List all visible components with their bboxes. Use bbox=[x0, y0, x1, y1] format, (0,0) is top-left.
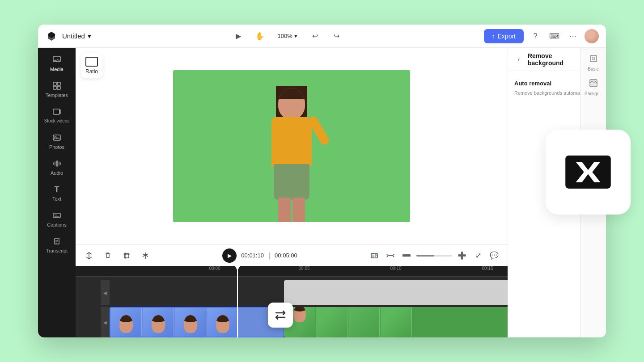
green-screen-bg bbox=[173, 70, 410, 222]
clip-green-thumb-2 bbox=[316, 307, 347, 337]
user-avatar[interactable] bbox=[585, 29, 599, 43]
clip-green[interactable] bbox=[284, 307, 508, 337]
more-btn[interactable]: ⋯ bbox=[566, 29, 580, 43]
capcut-logo-card bbox=[546, 130, 631, 215]
topbar-left: Untitled ▾ bbox=[45, 30, 91, 42]
dropdown-icon: ▾ bbox=[88, 32, 91, 40]
app-window: Untitled ▾ ▶ ✋ 100% ▾ ↩ ↪ ↑ Export ? ⌨ ⋯ bbox=[38, 25, 606, 337]
captions-label: Captions bbox=[47, 222, 66, 227]
basic-tool-item[interactable]: Basic bbox=[587, 52, 600, 72]
ruler-15: 00:15 bbox=[482, 266, 493, 271]
svg-rect-1 bbox=[53, 82, 56, 85]
export-icon: ↑ bbox=[492, 33, 495, 40]
clip-thumb-3 bbox=[175, 308, 206, 337]
crop-tool[interactable] bbox=[120, 249, 133, 262]
track-clip-gray bbox=[284, 280, 508, 305]
background-icon bbox=[587, 77, 600, 89]
project-title[interactable]: Untitled ▾ bbox=[62, 32, 91, 40]
time-separator: | bbox=[268, 252, 270, 260]
redo-btn[interactable]: ↪ bbox=[330, 29, 344, 43]
audio-icon bbox=[52, 159, 62, 168]
captions-icon bbox=[52, 210, 62, 220]
edit-tools bbox=[83, 249, 152, 262]
help-btn[interactable]: ? bbox=[528, 29, 542, 43]
play-button[interactable]: ▶ bbox=[222, 248, 237, 263]
clip-thumb-1 bbox=[110, 308, 142, 337]
sidebar-item-text[interactable]: T Text bbox=[41, 181, 73, 205]
app-logo bbox=[45, 30, 58, 42]
svg-rect-17 bbox=[590, 55, 597, 62]
split-tool[interactable] bbox=[83, 249, 95, 262]
sidebar-item-captions[interactable]: Captions bbox=[41, 207, 73, 231]
svg-point-16 bbox=[372, 255, 374, 257]
pants bbox=[274, 164, 309, 200]
person-figure bbox=[247, 79, 336, 222]
basic-label: Basic bbox=[588, 67, 598, 72]
media-icon bbox=[52, 55, 62, 65]
zoom-slider[interactable] bbox=[416, 255, 452, 257]
sidebar-item-templates[interactable]: Templates bbox=[41, 77, 73, 101]
transcript-icon bbox=[52, 236, 62, 246]
photos-label: Photos bbox=[49, 144, 64, 150]
media-label: Media bbox=[50, 67, 64, 72]
timeline-ruler: 00:00 00:05 00:10 00:15 bbox=[76, 266, 508, 277]
ruler-10: 00:10 bbox=[390, 266, 401, 271]
sidebar-item-audio[interactable]: Audio bbox=[41, 155, 73, 179]
export-label: Export bbox=[498, 33, 516, 40]
capcut-logo-svg bbox=[561, 150, 615, 194]
hand-tool-btn[interactable]: ✋ bbox=[253, 29, 267, 43]
mirror-tool[interactable] bbox=[139, 249, 152, 262]
clip-green-thumb-3 bbox=[348, 307, 380, 337]
sidebar-item-transcript[interactable]: Transcript bbox=[41, 233, 73, 257]
track-content-2 bbox=[110, 307, 508, 337]
panel-back-button[interactable]: ‹ bbox=[513, 54, 524, 65]
zoom-out-tool[interactable]: ➖ bbox=[400, 249, 413, 262]
clip-thumb-2 bbox=[143, 308, 174, 337]
zoom-level-text: 100% bbox=[278, 33, 292, 39]
background-tool-item[interactable]: Backgr... bbox=[585, 77, 602, 96]
keyboard-btn[interactable]: ⌨ bbox=[547, 29, 561, 43]
photos-icon bbox=[52, 133, 62, 143]
zoom-control[interactable]: 100% ▾ bbox=[274, 31, 301, 41]
right-tools: ➖ ➕ ⤢ 💬 bbox=[368, 249, 500, 262]
basic-icon bbox=[587, 52, 600, 65]
timeline-area: 00:00 00:05 00:10 00:15 bbox=[76, 266, 508, 337]
topbar-right: ↑ Export ? ⌨ ⋯ bbox=[484, 29, 599, 43]
split-audio-tool[interactable] bbox=[384, 249, 397, 262]
track-scroll-2[interactable]: ◀ bbox=[101, 307, 110, 337]
sidebar-item-stock[interactable]: Stock videos bbox=[41, 103, 73, 127]
sidebar: Media Templates bbox=[38, 48, 76, 337]
ruler-00: 00:00 bbox=[209, 266, 220, 271]
templates-label: Templates bbox=[46, 93, 68, 98]
undo-btn[interactable]: ↩ bbox=[308, 29, 322, 43]
track-scroll-left[interactable]: ◀ bbox=[101, 280, 110, 305]
clip-green-thumb-4 bbox=[381, 307, 412, 337]
switch-tracks-button[interactable] bbox=[268, 303, 293, 328]
clip-blue[interactable] bbox=[110, 307, 284, 337]
main-content: Media Templates bbox=[38, 48, 606, 337]
background-label: Backgr... bbox=[585, 91, 602, 96]
current-time: 00:01:10 bbox=[241, 252, 264, 259]
zoom-in-tool[interactable]: ➕ bbox=[456, 249, 468, 262]
svg-rect-4 bbox=[57, 86, 60, 89]
transcript-label: Transcript bbox=[46, 248, 68, 253]
leg-right bbox=[292, 198, 305, 222]
fullscreen-tool[interactable]: ⤢ bbox=[472, 249, 484, 262]
sidebar-item-photos[interactable]: Photos bbox=[41, 129, 73, 153]
delete-tool[interactable] bbox=[102, 249, 114, 262]
play-preview-btn[interactable]: ▶ bbox=[231, 29, 246, 43]
ai-cut-tool[interactable] bbox=[368, 249, 381, 262]
ratio-button[interactable]: Ratio bbox=[81, 53, 102, 78]
export-button[interactable]: ↑ Export bbox=[484, 29, 524, 43]
caption-tool[interactable]: 💬 bbox=[488, 249, 500, 262]
playback-center: ▶ 00:01:10 | 00:05:00 bbox=[222, 248, 297, 263]
text-label: Text bbox=[52, 196, 61, 202]
topbar-center: ▶ ✋ 100% ▾ ↩ ↪ bbox=[97, 29, 479, 43]
zoom-dropdown-icon: ▾ bbox=[294, 33, 297, 39]
leg-left bbox=[278, 198, 291, 222]
sidebar-item-media[interactable]: Media bbox=[41, 51, 73, 76]
track-content-1 bbox=[110, 280, 508, 305]
text-icon: T bbox=[52, 185, 62, 194]
project-name-text: Untitled bbox=[62, 32, 85, 40]
ruler-05: 00:05 bbox=[298, 266, 309, 271]
